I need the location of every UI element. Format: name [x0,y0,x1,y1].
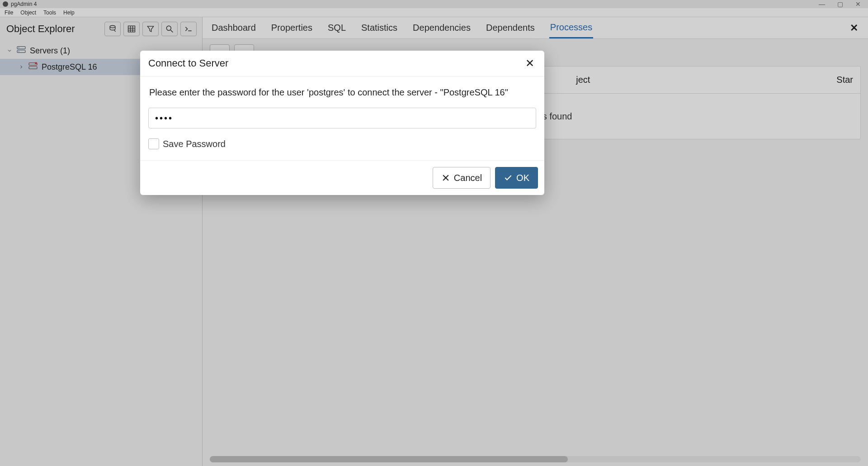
dialog-message: Please enter the password for the user '… [148,87,536,98]
check-icon [504,173,513,182]
dialog-footer: Cancel OK [140,160,544,195]
dialog-title: Connect to Server [148,57,228,69]
save-password-row: Save Password [148,138,536,149]
dialog-body: Please enter the password for the user '… [140,76,544,160]
save-password-checkbox[interactable] [148,138,159,149]
dialog-header: Connect to Server ✕ [140,51,544,76]
cancel-button[interactable]: Cancel [433,167,491,189]
save-password-label: Save Password [163,139,226,149]
close-icon [441,173,450,182]
connect-to-server-dialog: Connect to Server ✕ Please enter the pas… [140,51,544,195]
password-input[interactable] [148,108,536,128]
dialog-close-button[interactable]: ✕ [524,57,536,70]
ok-button[interactable]: OK [495,167,538,189]
cancel-button-label: Cancel [454,173,482,183]
ok-button-label: OK [516,173,529,183]
